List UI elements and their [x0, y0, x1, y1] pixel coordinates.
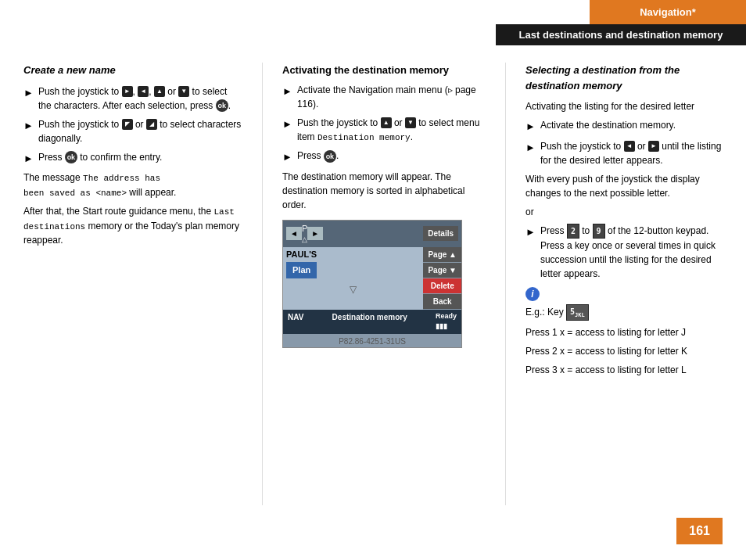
bullet-arrow: ► — [282, 117, 292, 132]
bullet-arrow: ► — [282, 84, 292, 99]
press-line-1: Press 1 x = access to listing for letter… — [525, 325, 723, 339]
nav-label: NAV — [288, 311, 303, 332]
right-para1: With every push of the joystick the disp… — [525, 172, 723, 200]
divider — [262, 63, 263, 505]
bullet-text: Push the joystick to ▲ or ▼ to select me… — [297, 116, 486, 145]
press-line-3: Press 3 x = access to listing for letter… — [525, 363, 723, 377]
page-number: 161 — [676, 518, 723, 544]
bullet-text: Press ok to confirm the entry. — [38, 150, 242, 164]
divider2 — [505, 63, 506, 505]
list-item: ► Push the joystick to ◄ or ► until the … — [525, 139, 723, 167]
bullet-arrow: ► — [525, 224, 536, 240]
bullet-arrow: ► — [282, 149, 292, 165]
list-item: ► Press ok to confirm the entry. — [23, 150, 242, 167]
diag-right-icon: ◢ — [146, 119, 157, 130]
list-item: ► Press ok. — [282, 149, 486, 165]
left-nav-arrow[interactable]: ◄ — [286, 227, 302, 240]
up-icon: ▲ — [381, 117, 392, 128]
up-arrow-icon: ▲ — [154, 86, 165, 97]
para1: The message The address hasbeen saved as… — [23, 171, 242, 199]
section-title: Last destinations and destination memory — [496, 24, 746, 45]
screen-header: ◄ P △ ► Details — [283, 221, 461, 247]
right-nav-arrow[interactable]: ► — [307, 227, 323, 240]
bullet-text: Press ok. — [297, 149, 486, 163]
dest-memory-label: Destination memory — [332, 311, 407, 332]
ok-button-icon: ok — [216, 99, 228, 112]
left-arrow-icon: ◄ — [138, 86, 149, 97]
right-column: Selecting a destination from the destina… — [525, 63, 723, 505]
bullet-arrow: ► — [23, 118, 34, 134]
page-down-button[interactable]: Page ▼ — [423, 263, 461, 278]
bullet-text: Push the joystick to ◤ or ◢ to select ch… — [38, 117, 242, 145]
triangle-up: △ — [302, 235, 307, 246]
diag-left-icon: ◤ — [122, 119, 133, 130]
main-content: Create a new name ► Push the joystick to… — [0, 47, 746, 521]
bullet-arrow: ► — [525, 140, 536, 156]
left-column: Create a new name ► Push the joystick to… — [23, 63, 242, 505]
down-icon: ▼ — [405, 117, 416, 128]
press-line-2: Press 2 x = access to listing for letter… — [525, 344, 723, 358]
ok-button-icon: ok — [65, 151, 77, 163]
bullet-text: Press 2 to 9 of the 12-button keypad. Pr… — [540, 224, 723, 281]
screen-footer: NAV Destination memory Ready▮▮▮ — [283, 310, 461, 334]
list-item: ► Activate the destination memory. — [525, 118, 723, 135]
delete-button[interactable]: Delete — [423, 278, 461, 293]
left-joy-icon: ◄ — [624, 141, 635, 152]
right-arrow-icon: ► — [122, 86, 133, 97]
mid-column: Activating the destination memory ► Acti… — [282, 63, 486, 505]
right-joy-icon: ► — [648, 141, 659, 152]
bullet-arrow: ► — [23, 151, 34, 167]
status-icons: Ready▮▮▮ — [436, 311, 457, 332]
list-item: ► Press 2 to 9 of the 12-button keypad. … — [525, 224, 723, 281]
details-button[interactable]: Details — [423, 226, 458, 241]
or-label: or — [525, 205, 723, 219]
screen-main: PAUL'S Plan ▽ Page ▲ Page ▼ Delete Back — [283, 247, 461, 310]
bullet-text: Push the joystick to ►, ◄, ▲ or ▼ to sel… — [38, 84, 242, 113]
screen-row: PAUL'S — [283, 247, 423, 262]
info-box: i — [525, 287, 723, 301]
screen-mockup: ◄ P △ ► Details PAUL'S Plan — [282, 220, 462, 348]
bullet-arrow: ► — [23, 85, 34, 101]
side-buttons: Details — [423, 226, 458, 241]
back-button[interactable]: Back — [423, 294, 461, 309]
header-right: Navigation* Last destinations and destin… — [496, 0, 746, 45]
screen-row-plan: Plan — [283, 261, 423, 279]
right-col-title: Selecting a destination from the destina… — [525, 63, 723, 93]
p-label: P — [302, 222, 307, 235]
list-item: ► Push the joystick to ◤ or ◢ to select … — [23, 117, 242, 145]
bullet-arrow: ► — [525, 119, 536, 135]
bullet-text: Activate the Navigation main menu (▹ pag… — [297, 83, 486, 111]
mid-col-title: Activating the destination memory — [282, 63, 486, 78]
mid-para1: The destination memory will appear. The … — [282, 170, 486, 212]
para2: After that, the Start route guidance men… — [23, 204, 242, 247]
key-9-icon: 9 — [593, 224, 605, 239]
list-item: ► Push the joystick to ▲ or ▼ to select … — [282, 116, 486, 145]
right-side-buttons: Page ▲ Page ▼ Delete Back — [423, 247, 461, 310]
pauls-entry: PAUL'S — [286, 248, 420, 261]
nav-tab: Navigation* — [590, 0, 746, 24]
bullet-text: Activate the destination memory. — [540, 118, 723, 132]
left-col-title: Create a new name — [23, 63, 242, 78]
info-icon: i — [525, 287, 540, 301]
screen-caption: P82.86-4251-31US — [283, 336, 461, 347]
list-item: ► Activate the Navigation main menu (▹ p… — [282, 83, 486, 111]
key-5-icon: 5JKL — [566, 304, 589, 321]
page-up-button[interactable]: Page ▲ — [423, 247, 461, 262]
plan-button[interactable]: Plan — [286, 262, 317, 278]
eg-label: E.g.: Key 5JKL — [525, 304, 723, 321]
screen-list: PAUL'S Plan ▽ — [283, 247, 423, 310]
down-arrow-icon: ▽ — [283, 279, 423, 300]
list-item: ► Push the joystick to ►, ◄, ▲ or ▼ to s… — [23, 84, 242, 113]
right-subtitle: Activating the listing for the desired l… — [525, 99, 723, 113]
bullet-text: Push the joystick to ◄ or ► until the li… — [540, 139, 723, 167]
key-2-icon: 2 — [567, 224, 579, 239]
down-arrow-icon: ▼ — [178, 86, 189, 97]
ok-button-icon: ok — [324, 150, 336, 163]
